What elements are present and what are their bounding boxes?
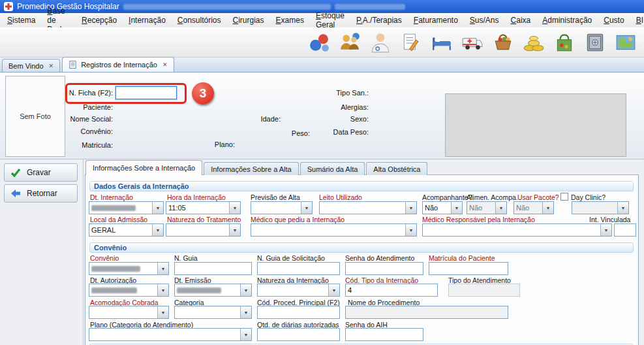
- cod-tipo-internacao-input[interactable]: [345, 284, 438, 297]
- matricula-paciente-label: Matrícula do Paciente: [429, 254, 495, 262]
- day-clinic-combo[interactable]: [572, 201, 629, 214]
- document-icon: [69, 60, 77, 69]
- acompanhante-combo[interactable]: Não: [422, 201, 463, 214]
- chevron-down-icon[interactable]: [301, 202, 312, 214]
- tipo-atendimento-field: [448, 284, 520, 297]
- hospital-bed-icon[interactable]: [429, 29, 455, 56]
- senha-atendimento-input[interactable]: [345, 262, 423, 275]
- tab-sumario-alta[interactable]: Sumário da Alta: [300, 162, 365, 175]
- paciente-label: Paciente:: [61, 103, 113, 111]
- dt-internacao-combo[interactable]: [89, 201, 164, 214]
- menu-item-administracao[interactable]: Administração: [536, 14, 598, 27]
- reception-people-icon[interactable]: [337, 29, 363, 56]
- close-icon[interactable]: ✕: [48, 63, 54, 69]
- medico-pediu-label: Médico que pediu a Internação: [251, 216, 345, 223]
- annotation-step-badge: 3: [192, 82, 214, 105]
- dt-autorizacao-combo[interactable]: [89, 284, 169, 297]
- chevron-down-icon[interactable]: [240, 306, 251, 318]
- day-clinic-label: Day Clinic?: [571, 193, 606, 201]
- senha-aih-input[interactable]: [345, 328, 423, 341]
- chevron-down-icon[interactable]: [229, 202, 240, 214]
- menu-item-cirurgias[interactable]: Cirurgias: [227, 14, 270, 27]
- alimen-acompa-label: Alimen. Acompa.: [467, 193, 518, 201]
- peso-label: Peso:: [277, 129, 310, 137]
- n-guia-solicitacao-input[interactable]: [257, 262, 340, 275]
- menu-item-internacao[interactable]: Internação: [123, 14, 172, 27]
- menu-item-sus-ans[interactable]: Sus/Ans: [464, 14, 505, 27]
- qtd-diarias-input[interactable]: [257, 328, 340, 341]
- application-window: Promedico Gestão Hospitalar Sistema Base…: [0, 0, 644, 345]
- menu-item-caixa[interactable]: Caixa: [505, 14, 537, 27]
- natureza-tratamento-combo[interactable]: [166, 223, 241, 237]
- produce-bag-icon[interactable]: [551, 29, 577, 56]
- chevron-down-icon[interactable]: [542, 202, 553, 214]
- dt-emissao-combo[interactable]: [174, 284, 252, 297]
- matricula-paciente-input[interactable]: [429, 262, 508, 275]
- chevron-down-icon[interactable]: [157, 263, 168, 274]
- menu-item-faturamento[interactable]: Faturamento: [408, 14, 464, 27]
- menu-item-custo[interactable]: Custo: [598, 14, 630, 27]
- hora-internacao-combo[interactable]: 11:05: [166, 201, 241, 214]
- medico-responsavel-combo[interactable]: [422, 223, 612, 237]
- convenio-combo[interactable]: [89, 262, 169, 275]
- retornar-button[interactable]: Retornar: [4, 184, 78, 203]
- day-clinic-checkbox[interactable]: [560, 193, 568, 201]
- contacts-spheres-icon[interactable]: [306, 29, 332, 56]
- chevron-down-icon[interactable]: [405, 224, 416, 236]
- menu-item-sistema[interactable]: Sistema: [1, 14, 41, 27]
- chevron-down-icon[interactable]: [405, 202, 416, 214]
- safe-vault-icon[interactable]: [582, 29, 608, 56]
- doctor-icon[interactable]: [367, 29, 393, 56]
- chevron-down-icon[interactable]: [495, 202, 506, 214]
- hora-internacao-label: Hora da Internação: [167, 193, 226, 201]
- tab-bem-vindo[interactable]: Bem Vindo ✕: [2, 59, 60, 72]
- menu-item-pa-terapias[interactable]: P.A./Terapias: [350, 14, 408, 27]
- chevron-down-icon[interactable]: [451, 202, 462, 214]
- menu-item-recepcao[interactable]: Recepção: [76, 14, 123, 27]
- tab-registros-de-internacao[interactable]: Registros de Internação ✕: [62, 57, 174, 72]
- internacao-form-panel: Dados Gerais da Internação Dt. Internaçã…: [85, 174, 639, 345]
- medico-pediu-combo[interactable]: [251, 223, 417, 237]
- tab-alta-obstetrica[interactable]: Alta Obstétrica: [366, 162, 427, 175]
- ambulance-icon[interactable]: [459, 29, 485, 56]
- gravar-button[interactable]: Gravar: [4, 163, 78, 182]
- tab-informacoes-internacao[interactable]: Informações Sobre a Internação: [85, 160, 202, 175]
- back-arrow-icon: [10, 188, 21, 199]
- close-icon[interactable]: ✕: [161, 61, 168, 68]
- alimen-acompa-combo[interactable]: Não: [467, 201, 507, 214]
- local-admissao-combo[interactable]: GERAL: [89, 223, 164, 237]
- menu-item-exames[interactable]: Exames: [270, 14, 310, 27]
- usar-pacote-combo[interactable]: Não: [514, 201, 554, 214]
- int-vinculada-input[interactable]: [614, 223, 636, 237]
- chevron-down-icon[interactable]: [152, 202, 163, 214]
- plano-categoria-combo[interactable]: [89, 328, 252, 341]
- cod-proced-input[interactable]: [257, 306, 340, 319]
- acomodacao-cobrada-combo[interactable]: [89, 306, 169, 319]
- tab-informacoes-alta[interactable]: Informações Sobre a Alta: [204, 162, 299, 175]
- chevron-down-icon[interactable]: [157, 284, 168, 296]
- categoria-combo[interactable]: [174, 306, 252, 319]
- menu-item-consultorios[interactable]: Consultórios: [172, 14, 227, 27]
- previsao-alta-combo[interactable]: [251, 201, 313, 214]
- convenio-label: Convênio:: [61, 127, 113, 135]
- ficha-input[interactable]: [115, 86, 177, 99]
- gold-coins-icon[interactable]: [521, 29, 547, 56]
- chevron-down-icon[interactable]: [240, 329, 251, 340]
- chevron-down-icon[interactable]: [152, 224, 163, 236]
- gravar-button-label: Gravar: [27, 168, 51, 177]
- leito-utilizado-combo[interactable]: [319, 201, 417, 214]
- chevron-down-icon[interactable]: [617, 202, 628, 214]
- chevron-down-icon[interactable]: [328, 284, 339, 296]
- n-guia-input[interactable]: [174, 262, 252, 275]
- chevron-down-icon[interactable]: [229, 224, 240, 236]
- chevron-down-icon[interactable]: [600, 224, 611, 236]
- chevron-down-icon[interactable]: [157, 306, 168, 318]
- natureza-internacao-combo[interactable]: [257, 284, 340, 297]
- n-guia-label: N. Guia: [174, 254, 198, 262]
- chevron-down-icon[interactable]: [240, 284, 251, 296]
- menu-item-bi[interactable]: BI: [630, 14, 644, 27]
- previsao-alta-label: Previsão de Alta: [251, 193, 300, 201]
- world-map-icon[interactable]: [613, 29, 639, 56]
- market-basket-icon[interactable]: [490, 29, 516, 56]
- exam-document-icon[interactable]: [398, 29, 424, 56]
